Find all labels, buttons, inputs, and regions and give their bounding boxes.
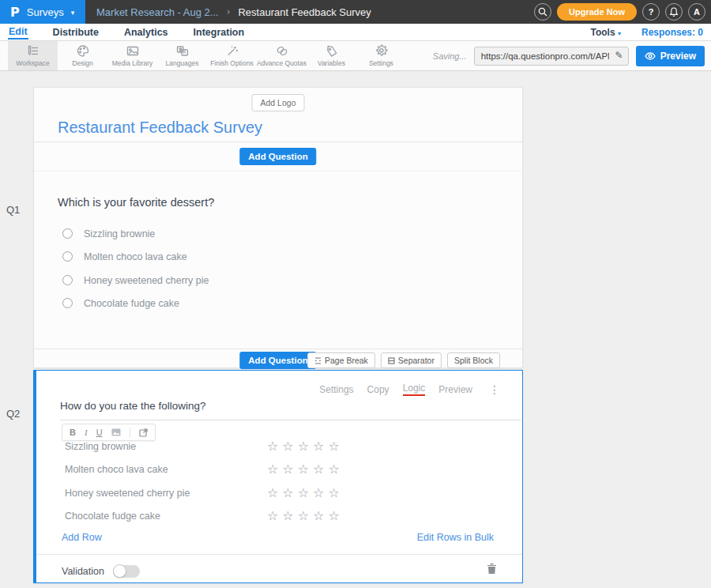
q2-text-underline xyxy=(60,420,521,420)
q2-preview-link[interactable]: Preview xyxy=(438,384,472,395)
q1-option-row: Honey sweetened cherry pie xyxy=(62,274,209,286)
search-button[interactable] xyxy=(534,3,551,21)
header-actions: Upgrade Now ? A xyxy=(534,0,705,24)
workspace-icon xyxy=(26,44,40,58)
bold-button[interactable]: B xyxy=(70,428,76,437)
option-label: Chocolate fudge cake xyxy=(84,298,179,309)
underline-button[interactable]: U xyxy=(96,428,103,437)
radio-button[interactable] xyxy=(62,251,73,262)
gear-icon xyxy=(374,44,389,58)
upgrade-now-button[interactable]: Upgrade Now xyxy=(557,3,637,21)
divider xyxy=(34,171,522,172)
toolbar-item-languages[interactable]: A Languages xyxy=(157,41,207,70)
tab-analytics[interactable]: Analytics xyxy=(123,25,169,39)
q2-row-label[interactable]: Honey sweetened cherry pie xyxy=(65,488,190,499)
search-icon xyxy=(538,7,547,17)
star-rating[interactable]: ☆☆☆☆☆ xyxy=(267,463,344,476)
app-logo-menu[interactable]: P Surveys ▾ xyxy=(0,0,85,24)
page-break-icon xyxy=(314,357,322,364)
q2-question-text[interactable]: How do you rate the following? xyxy=(60,400,206,412)
text-format-toolbar: B I U xyxy=(62,424,156,441)
palette-icon xyxy=(76,44,90,58)
add-question-button-top[interactable]: Add Question xyxy=(239,148,316,165)
toolbar-item-design[interactable]: Design xyxy=(58,41,107,70)
q2-settings-link[interactable]: Settings xyxy=(319,384,353,395)
toolbar-item-settings[interactable]: Settings xyxy=(356,41,406,70)
preview-button[interactable]: Preview xyxy=(636,46,705,66)
validation-label: Validation xyxy=(62,566,104,577)
edit-url-pencil-icon[interactable]: ✎ xyxy=(615,50,623,61)
question-mark-icon: ? xyxy=(649,7,654,17)
question-number-q1: Q1 xyxy=(6,204,20,216)
survey-url-wrap: ✎ xyxy=(474,47,629,66)
divider xyxy=(34,349,522,349)
help-button[interactable]: ? xyxy=(642,3,660,21)
tab-edit[interactable]: Edit xyxy=(8,24,28,40)
toolbar-item-variables[interactable]: Variables xyxy=(307,41,356,70)
toolbar-item-media-library[interactable]: Media Library xyxy=(107,41,157,70)
delete-question-button[interactable] xyxy=(487,563,497,578)
radio-button[interactable] xyxy=(62,275,73,285)
trash-icon xyxy=(487,563,497,575)
breadcrumb-separator-icon: › xyxy=(227,6,231,17)
add-logo-button[interactable]: Add Logo xyxy=(252,94,305,111)
breadcrumb-project[interactable]: Market Research - Aug 2... xyxy=(96,6,219,18)
toolbar-right: Saving... ✎ Preview xyxy=(433,41,705,71)
user-avatar[interactable]: A xyxy=(688,3,705,21)
toolbar-divider xyxy=(130,428,130,438)
italic-button[interactable]: I xyxy=(85,428,88,437)
q2-row-label[interactable]: Chocolate fudge cake xyxy=(65,511,160,522)
tag-icon xyxy=(325,44,339,58)
editor-toolbar: Workspace Design Media Library A Languag… xyxy=(0,41,711,71)
breadcrumb: Market Research - Aug 2... › Restaurant … xyxy=(96,6,371,18)
q2-row-label[interactable]: Sizzling brownie xyxy=(65,441,136,452)
tab-integration[interactable]: Integration xyxy=(193,25,246,39)
open-editor-button[interactable] xyxy=(139,428,148,437)
q1-option-row: Sizzling brownie xyxy=(62,228,155,239)
eye-icon xyxy=(645,52,656,60)
add-question-button-bottom[interactable]: Add Question xyxy=(239,352,316,369)
q2-copy-link[interactable]: Copy xyxy=(367,384,389,395)
radio-button[interactable] xyxy=(62,228,73,239)
star-rating[interactable]: ☆☆☆☆☆ xyxy=(267,487,344,499)
validation-toggle[interactable] xyxy=(113,565,140,578)
notifications-button[interactable] xyxy=(665,3,683,21)
separator-button[interactable]: Separator xyxy=(381,352,442,368)
svg-text:A: A xyxy=(182,50,186,55)
responses-count[interactable]: Responses: 0 xyxy=(641,27,703,38)
bell-icon xyxy=(669,7,679,17)
split-block-button[interactable]: Split Block xyxy=(447,352,500,368)
survey-title[interactable]: Restaurant Feedback Survey xyxy=(58,119,262,137)
translate-icon: A xyxy=(175,44,190,58)
q1-question-text[interactable]: Which is your favorite dessert? xyxy=(58,196,214,209)
add-row-link[interactable]: Add Row xyxy=(62,532,102,543)
edit-rows-in-bulk-link[interactable]: Edit Rows in Bulk xyxy=(417,532,494,543)
toolbar-item-workspace[interactable]: Workspace xyxy=(8,41,58,70)
image-icon xyxy=(111,428,121,436)
radio-button[interactable] xyxy=(62,298,73,308)
kebab-menu-icon[interactable]: ⋮ xyxy=(489,383,500,396)
toggle-knob xyxy=(113,564,126,578)
page-break-button[interactable]: Page Break xyxy=(307,352,375,368)
option-label: Molten choco lava cake xyxy=(84,251,187,262)
q1-option-row: Molten choco lava cake xyxy=(62,251,187,262)
survey-canvas: Q1 Q2 Add Logo Restaurant Feedback Surve… xyxy=(0,71,711,588)
tools-menu[interactable]: Tools ▾ xyxy=(591,27,621,38)
product-menu-label: Surveys xyxy=(27,6,64,18)
star-rating[interactable]: ☆☆☆☆☆ xyxy=(267,440,344,453)
avatar-initial: A xyxy=(694,7,700,17)
tab-distribute[interactable]: Distribute xyxy=(52,25,100,39)
star-rating[interactable]: ☆☆☆☆☆ xyxy=(267,510,344,522)
q2-menu: Settings Copy Logic Preview ⋮ xyxy=(319,383,500,396)
breadcrumb-survey-name: Restaurant Feedback Survey xyxy=(238,6,371,18)
q2-logic-link[interactable]: Logic xyxy=(403,383,426,396)
survey-url-input[interactable] xyxy=(474,47,629,66)
open-in-new-icon xyxy=(139,428,148,437)
toolbar-item-finish-options[interactable]: Finish Options xyxy=(207,41,257,70)
questionpro-logo-icon: P xyxy=(10,5,20,20)
insert-image-button[interactable] xyxy=(111,428,121,436)
toolbar-item-advance-quotas[interactable]: Advance Quotas xyxy=(257,41,307,70)
q1-option-row: Chocolate fudge cake xyxy=(62,297,179,309)
top-header: P Surveys ▾ Market Research - Aug 2... ›… xyxy=(0,0,711,24)
q2-row-label[interactable]: Molten choco lava cake xyxy=(65,464,168,475)
